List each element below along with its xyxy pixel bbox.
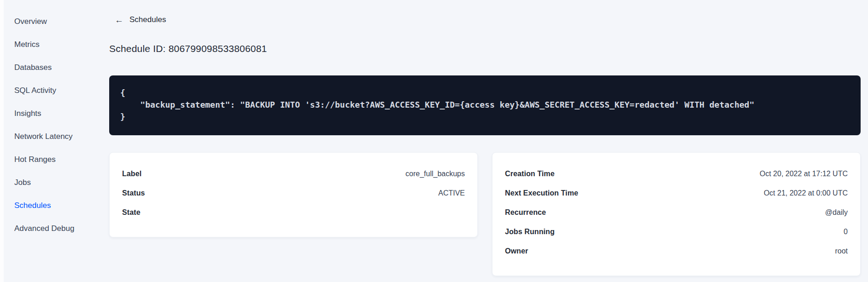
row-value: 0 [844, 228, 848, 236]
sidebar-item-label: Overview [14, 17, 47, 26]
sidebar-item-overview[interactable]: Overview [14, 10, 101, 33]
page-title: Schedule ID: 806799098533806081 [109, 42, 861, 55]
row-value: @daily [825, 208, 848, 217]
sidebar-item-jobs[interactable]: Jobs [14, 171, 101, 194]
row-label: Next Execution Time [505, 189, 578, 197]
detail-row-next-execution-time: Next Execution Time Oct 21, 2022 at 0:00… [505, 184, 848, 203]
sidebar-item-insights[interactable]: Insights [14, 102, 101, 125]
schedule-summary-card: Label core_full_backups Status ACTIVE St… [109, 152, 478, 237]
detail-cards: Label core_full_backups Status ACTIVE St… [109, 152, 861, 276]
sidebar-item-label: Schedules [14, 201, 51, 210]
row-label: Creation Time [505, 170, 555, 178]
sidebar-item-label: SQL Activity [14, 86, 56, 95]
sidebar-item-network-latency[interactable]: Network Latency [14, 125, 101, 148]
row-label: Jobs Running [505, 228, 555, 236]
sidebar-item-advanced-debug[interactable]: Advanced Debug [14, 217, 101, 240]
sidebar-item-label: Hot Ranges [14, 155, 56, 164]
sidebar-nav: Overview Metrics Databases SQL Activity … [0, 0, 101, 282]
schedule-definition-code: { "backup_statement": "BACKUP INTO 's3:/… [120, 87, 850, 123]
sidebar-item-hot-ranges[interactable]: Hot Ranges [14, 148, 101, 171]
sidebar-item-schedules[interactable]: Schedules [14, 194, 101, 217]
schedule-details-page: ← Schedules Schedule ID: 806799098533806… [109, 0, 861, 276]
sidebar-item-label: Databases [14, 63, 52, 72]
row-value: Oct 21, 2022 at 0:00 UTC [764, 189, 848, 197]
row-value: Oct 20, 2022 at 17:12 UTC [760, 170, 848, 178]
row-value: root [835, 247, 848, 255]
detail-row-label: Label core_full_backups [122, 164, 465, 184]
row-label: Recurrence [505, 208, 546, 217]
detail-row-owner: Owner root [505, 242, 848, 261]
sidebar-item-label: Advanced Debug [14, 224, 74, 233]
sidebar-item-label: Network Latency [14, 132, 73, 141]
back-link-label: Schedules [129, 15, 166, 24]
row-label: Owner [505, 247, 528, 255]
sidebar-item-label: Metrics [14, 40, 40, 49]
detail-row-creation-time: Creation Time Oct 20, 2022 at 17:12 UTC [505, 164, 848, 184]
sidebar-item-databases[interactable]: Databases [14, 56, 101, 79]
sidebar-item-sql-activity[interactable]: SQL Activity [14, 79, 101, 102]
detail-row-jobs-running: Jobs Running 0 [505, 222, 848, 242]
back-arrow-icon: ← [115, 16, 123, 24]
row-value: core_full_backups [405, 170, 465, 178]
detail-row-status: Status ACTIVE [122, 184, 465, 203]
back-to-schedules-link[interactable]: ← Schedules [115, 15, 166, 24]
sidebar-item-metrics[interactable]: Metrics [14, 33, 101, 56]
schedule-timing-card: Creation Time Oct 20, 2022 at 17:12 UTC … [492, 152, 861, 276]
row-label: Status [122, 189, 145, 197]
schedule-definition-block: { "backup_statement": "BACKUP INTO 's3:/… [109, 75, 861, 135]
sidebar-item-label: Jobs [14, 178, 31, 187]
sidebar-item-label: Insights [14, 109, 41, 118]
row-label: State [122, 208, 141, 217]
row-value: ACTIVE [438, 189, 465, 197]
detail-row-recurrence: Recurrence @daily [505, 203, 848, 222]
row-label: Label [122, 170, 141, 178]
detail-row-state: State [122, 203, 465, 222]
